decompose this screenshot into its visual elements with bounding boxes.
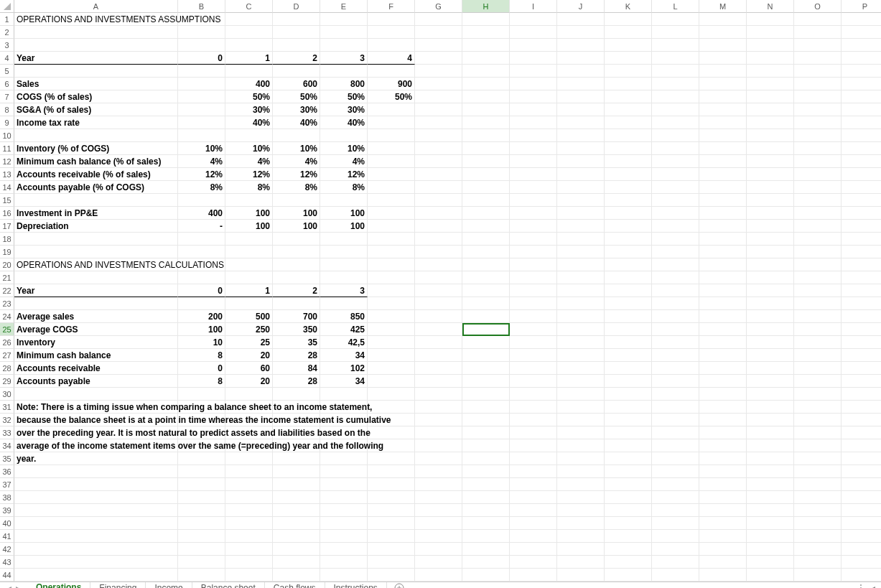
col-header-F[interactable]: F bbox=[368, 0, 415, 13]
cell-P2[interactable] bbox=[842, 26, 881, 39]
cell-P18[interactable] bbox=[842, 233, 881, 246]
cell-F10[interactable] bbox=[368, 129, 415, 142]
cell-H22[interactable] bbox=[462, 284, 510, 297]
cell-A43[interactable] bbox=[14, 556, 178, 569]
cell-J1[interactable] bbox=[557, 13, 605, 26]
cell-I35[interactable] bbox=[510, 452, 557, 465]
cell-L32[interactable] bbox=[652, 414, 699, 426]
cell-A8[interactable]: SG&A (% of sales) bbox=[14, 103, 178, 116]
cell-K8[interactable] bbox=[605, 103, 652, 116]
cell-K20[interactable] bbox=[605, 258, 652, 271]
cell-H21[interactable] bbox=[462, 271, 510, 284]
cell-K12[interactable] bbox=[605, 155, 652, 168]
cell-B38[interactable] bbox=[178, 491, 225, 504]
cell-N35[interactable] bbox=[747, 452, 794, 465]
cell-O22[interactable] bbox=[794, 284, 842, 297]
cell-L22[interactable] bbox=[652, 284, 699, 297]
cell-O14[interactable] bbox=[794, 181, 842, 194]
cell-I1[interactable] bbox=[510, 13, 557, 26]
cell-O30[interactable] bbox=[794, 388, 842, 401]
cell-D19[interactable] bbox=[273, 246, 320, 258]
cell-G38[interactable] bbox=[415, 491, 462, 504]
cell-D7[interactable]: 50% bbox=[273, 90, 320, 103]
cell-A11[interactable]: Inventory (% of COGS) bbox=[14, 142, 178, 155]
cell-J28[interactable] bbox=[557, 362, 605, 375]
cell-D29[interactable]: 28 bbox=[273, 375, 320, 388]
cell-B6[interactable] bbox=[178, 78, 225, 90]
cell-K1[interactable] bbox=[605, 13, 652, 26]
cell-C15[interactable] bbox=[225, 194, 273, 207]
cell-I3[interactable] bbox=[510, 39, 557, 52]
cell-A9[interactable]: Income tax rate bbox=[14, 116, 178, 129]
cell-P6[interactable] bbox=[842, 78, 881, 90]
cell-E8[interactable]: 30% bbox=[320, 103, 368, 116]
col-header-D[interactable]: D bbox=[273, 0, 320, 13]
cell-I31[interactable] bbox=[510, 401, 557, 414]
cell-F20[interactable] bbox=[368, 258, 415, 271]
cell-F21[interactable] bbox=[368, 271, 415, 284]
cell-L26[interactable] bbox=[652, 336, 699, 349]
sheet-tab-income[interactable]: Income bbox=[146, 582, 192, 588]
cell-B18[interactable] bbox=[178, 233, 225, 246]
cell-O31[interactable] bbox=[794, 401, 842, 414]
cell-J33[interactable] bbox=[557, 426, 605, 439]
row-header-31[interactable]: 31 bbox=[0, 401, 14, 414]
row-header-33[interactable]: 33 bbox=[0, 426, 14, 439]
cell-G33[interactable] bbox=[415, 426, 462, 439]
row-header-35[interactable]: 35 bbox=[0, 452, 14, 465]
cell-G43[interactable] bbox=[415, 556, 462, 569]
row-header-4[interactable]: 4 bbox=[0, 52, 14, 65]
cell-G16[interactable] bbox=[415, 207, 462, 220]
cell-A34[interactable]: average of the income statement items ov… bbox=[14, 439, 178, 452]
cell-H10[interactable] bbox=[462, 129, 510, 142]
cell-B30[interactable] bbox=[178, 388, 225, 401]
cell-C24[interactable]: 500 bbox=[225, 310, 273, 323]
row-header-29[interactable]: 29 bbox=[0, 375, 14, 388]
cell-K31[interactable] bbox=[605, 401, 652, 414]
cell-H35[interactable] bbox=[462, 452, 510, 465]
cell-E6[interactable]: 800 bbox=[320, 78, 368, 90]
cell-E7[interactable]: 50% bbox=[320, 90, 368, 103]
cell-H26[interactable] bbox=[462, 336, 510, 349]
cell-P37[interactable] bbox=[842, 478, 881, 491]
cell-M5[interactable] bbox=[699, 65, 747, 78]
cell-D2[interactable] bbox=[273, 26, 320, 39]
cell-D36[interactable] bbox=[273, 465, 320, 478]
cell-A10[interactable] bbox=[14, 129, 178, 142]
cell-C5[interactable] bbox=[225, 65, 273, 78]
cell-F9[interactable] bbox=[368, 116, 415, 129]
cell-A32[interactable]: because the balance sheet is at a point … bbox=[14, 414, 178, 426]
cell-G17[interactable] bbox=[415, 220, 462, 233]
cell-N40[interactable] bbox=[747, 517, 794, 530]
cell-C4[interactable]: 1 bbox=[225, 52, 273, 65]
cell-F1[interactable] bbox=[368, 13, 415, 26]
row-header-26[interactable]: 26 bbox=[0, 336, 14, 349]
cell-F12[interactable] bbox=[368, 155, 415, 168]
cell-G37[interactable] bbox=[415, 478, 462, 491]
cell-O34[interactable] bbox=[794, 439, 842, 452]
cell-A28[interactable]: Accounts receivable bbox=[14, 362, 178, 375]
cell-H23[interactable] bbox=[462, 297, 510, 310]
row-header-39[interactable]: 39 bbox=[0, 504, 14, 517]
cell-C10[interactable] bbox=[225, 129, 273, 142]
cell-G5[interactable] bbox=[415, 65, 462, 78]
cell-I33[interactable] bbox=[510, 426, 557, 439]
cell-D4[interactable]: 2 bbox=[273, 52, 320, 65]
cell-N44[interactable] bbox=[747, 569, 794, 582]
cell-B5[interactable] bbox=[178, 65, 225, 78]
cell-L14[interactable] bbox=[652, 181, 699, 194]
cell-A4[interactable]: Year bbox=[14, 52, 178, 65]
cell-K15[interactable] bbox=[605, 194, 652, 207]
cell-O39[interactable] bbox=[794, 504, 842, 517]
cell-F38[interactable] bbox=[368, 491, 415, 504]
cell-F14[interactable] bbox=[368, 181, 415, 194]
cell-F28[interactable] bbox=[368, 362, 415, 375]
cell-N41[interactable] bbox=[747, 530, 794, 543]
cell-K34[interactable] bbox=[605, 439, 652, 452]
cell-J11[interactable] bbox=[557, 142, 605, 155]
cell-B16[interactable]: 400 bbox=[178, 207, 225, 220]
cell-L30[interactable] bbox=[652, 388, 699, 401]
cell-C16[interactable]: 100 bbox=[225, 207, 273, 220]
cell-C25[interactable]: 250 bbox=[225, 323, 273, 336]
cell-P3[interactable] bbox=[842, 39, 881, 52]
